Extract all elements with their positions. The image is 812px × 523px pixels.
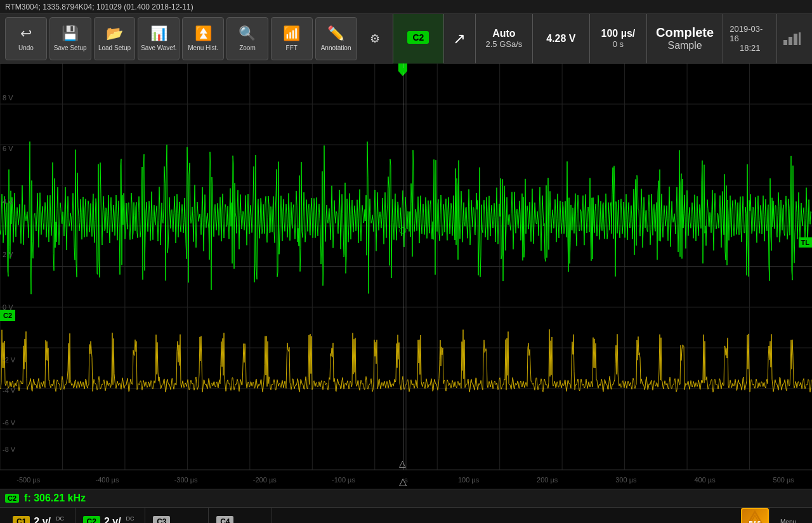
save-wavef-icon: 📊 <box>150 25 167 42</box>
c1-scale: 2 v/ <box>34 516 51 523</box>
time-label-n400: -400 µs <box>95 476 119 484</box>
svg-rect-2 <box>794 34 797 45</box>
save-setup-label: Save Setup <box>54 44 87 51</box>
cursor-bottom-marker: △ <box>399 458 406 468</box>
svg-rect-1 <box>789 37 792 45</box>
tl-marker: TL <box>799 237 812 248</box>
c2-channel-marker[interactable]: C2 <box>0 310 15 321</box>
fft-button[interactable]: 📶 FFT <box>271 17 313 60</box>
volt-label-4v: 4 V <box>3 198 13 206</box>
freq-channel-badge: C2 <box>5 494 19 503</box>
trigger-mode-block[interactable]: Auto 2.5 GSa/s <box>475 14 532 63</box>
voltage-block[interactable]: 4.28 V <box>532 14 589 63</box>
time-label-500: 500 µs <box>773 476 794 484</box>
time-label-n300: -300 µs <box>174 476 198 484</box>
save-setup-button[interactable]: 💾 Save Setup <box>49 17 91 60</box>
c1-badge: C1 <box>13 516 30 523</box>
menu-hist-label: Menu Hist. <box>188 44 218 51</box>
toolbar-right: C2 ↗ Auto 2.5 GSa/s 4.28 V 100 µs/ 0 s C… <box>393 14 807 63</box>
trigger-mode: Auto <box>492 28 515 39</box>
time-offset: 0 s <box>613 39 624 49</box>
toolbar: ↩ Undo 💾 Save Setup 📂 Load Setup 📊 Save … <box>0 14 812 63</box>
volt-label-2v: 2 V <box>3 251 13 258</box>
c4-setting[interactable]: C4 <box>209 508 272 523</box>
time-label-400: 400 µs <box>694 476 715 484</box>
volt-label-n2v: -2 V <box>3 356 15 364</box>
acquisition-status: Complete <box>656 25 714 40</box>
sample-rate: 2.5 GSa/s <box>485 39 522 49</box>
title-bar: RTM3004; 1335.8794K04; 101029 (01.400 20… <box>0 0 812 14</box>
fft-icon: 📶 <box>283 25 300 42</box>
channel-selector[interactable]: C2 <box>393 14 443 63</box>
save-wavef-label: Save Wavef. <box>141 44 176 51</box>
svg-rect-3 <box>799 32 801 45</box>
c2-badge: C2 <box>83 516 100 523</box>
waveform-canvas <box>0 63 812 470</box>
volt-label-6v: 6 V <box>3 145 13 152</box>
network-block <box>776 14 807 63</box>
time-label-n500: -500 µs <box>16 476 40 484</box>
trigger-block: ↗ <box>443 14 475 63</box>
zoom-label: Zoom <box>239 44 256 51</box>
annotation-icon: ✏️ <box>327 25 344 42</box>
title-text: RTM3004; 1335.8794K04; 101029 (01.400 20… <box>5 3 193 11</box>
save-wavef-button[interactable]: 📊 Save Wavef. <box>138 17 180 60</box>
load-setup-icon: 📂 <box>106 25 123 42</box>
scope-display: 8 V 6 V 4 V 2 V 0 V -2 V -4 V -6 V -8 V … <box>0 63 812 470</box>
c4-badge: C4 <box>216 516 233 523</box>
frequency-value: f: 306.21 kHz <box>24 493 86 504</box>
annotation-label: Annotation <box>321 44 351 51</box>
time-label-200: 200 µs <box>537 476 558 484</box>
zoom-icon: 🔍 <box>239 25 256 42</box>
c2-setting[interactable]: C2 2 v/ DC 10:1 <box>75 508 146 523</box>
brand-logo-svg: R&S <box>743 510 766 523</box>
c2-coupling: DC 10:1 <box>126 515 138 523</box>
svg-rect-0 <box>783 40 787 45</box>
datetime-block: 2019-03-16 18:21 <box>723 14 776 63</box>
zoom-button[interactable]: 🔍 Zoom <box>226 17 268 60</box>
undo-label: Undo <box>18 44 34 51</box>
c2-coupling-top: DC <box>126 515 138 522</box>
save-setup-icon: 💾 <box>62 25 79 42</box>
settings-button[interactable]: ⚙ <box>360 17 390 60</box>
menu-button[interactable]: Menu <box>769 508 807 523</box>
acquisition-mode: Sample <box>667 40 702 51</box>
c2-scale: 2 v/ <box>104 516 121 523</box>
time-label-n200: -200 µs <box>253 476 277 484</box>
undo-icon: ↩ <box>20 25 32 42</box>
gear-icon: ⚙ <box>370 32 380 46</box>
time-label-100: 100 µs <box>458 476 479 484</box>
voltage-value: 4.28 V <box>546 33 575 44</box>
time-label-300: 300 µs <box>615 476 636 484</box>
volt-label-n6v: -6 V <box>3 419 15 427</box>
undo-button[interactable]: ↩ Undo <box>5 17 47 60</box>
c1-setting[interactable]: C1 2 v/ DC 10:1 <box>5 508 75 523</box>
menu-hist-icon: ⏫ <box>195 25 212 42</box>
frequency-bar: C2 f: 306.21 kHz <box>0 489 812 508</box>
brand-logo: R&S <box>741 508 769 523</box>
volt-label-n4v: -4 V <box>3 387 15 394</box>
cursor-top-marker: ▼ <box>398 65 407 75</box>
c3-badge: C3 <box>153 516 170 523</box>
channel-badge: C2 <box>407 31 429 44</box>
volt-label-8v: 8 V <box>3 94 13 102</box>
time-value: 18:21 <box>740 43 761 53</box>
date-value: 2019-03-16 <box>730 24 770 43</box>
menu-hist-button[interactable]: ⏫ Menu Hist. <box>182 17 224 60</box>
acquisition-status-block: Complete Sample <box>646 14 723 63</box>
annotation-button[interactable]: ✏️ Annotation <box>315 17 357 60</box>
c1-coupling: DC 10:1 <box>56 515 67 523</box>
time-label-n100: -100 µs <box>332 476 355 484</box>
c1-coupling-top: DC <box>56 515 67 522</box>
c3-setting[interactable]: C3 <box>145 508 209 523</box>
network-icon <box>783 32 801 45</box>
load-setup-label: Load Setup <box>98 44 131 51</box>
svg-text:R&S: R&S <box>749 520 761 523</box>
channel-settings-bar: C1 2 v/ DC 10:1 C2 2 v/ DC 10:1 C3 C4 R&… <box>0 508 812 523</box>
time-axis: -500 µs -400 µs -300 µs -200 µs -100 µs … <box>0 470 812 489</box>
load-setup-button[interactable]: 📂 Load Setup <box>94 17 136 60</box>
volt-label-n8v: -8 V <box>3 446 15 453</box>
timebase-block[interactable]: 100 µs/ 0 s <box>589 14 646 63</box>
fft-label: FFT <box>286 44 298 51</box>
menu-label: Menu <box>780 519 796 524</box>
